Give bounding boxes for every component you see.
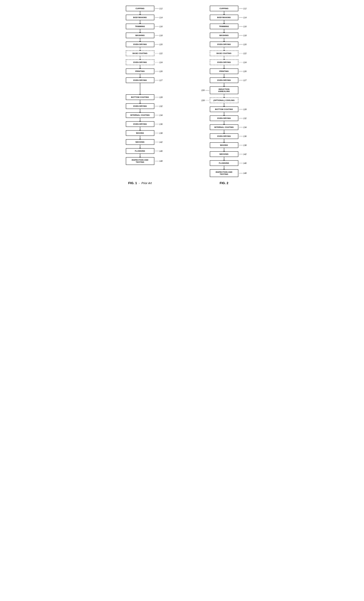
arrow2-5 bbox=[224, 47, 224, 50]
box-washing-2: WASHING bbox=[210, 33, 238, 38]
box-trimming-1: TRIMMING bbox=[126, 24, 154, 29]
arrow2-7 bbox=[224, 65, 224, 69]
ref-ovend-124-1: 124 bbox=[155, 61, 163, 63]
box-inspect-2: INSPECTION AND TESTING bbox=[210, 169, 238, 177]
box-washing-1: WASHING bbox=[126, 33, 154, 38]
box-flanging-2: FLANGING bbox=[210, 160, 238, 166]
step-ovend-120-1: OVEN DRYING 120 bbox=[104, 41, 176, 50]
arrow-5 bbox=[140, 47, 140, 50]
box-printing-1: PRINTING bbox=[126, 69, 154, 74]
ref-ovend-120-1: 120 bbox=[155, 43, 163, 46]
box-ovend-120-1: OVEN DRYING bbox=[126, 41, 154, 47]
step-ovend-132-1: OVEN DRYING 132 bbox=[104, 103, 176, 112]
ref-necking-1: 142 bbox=[155, 141, 163, 143]
step-cupping-2: CUPPING 112 bbox=[188, 6, 260, 15]
box-induction-2: INDUCTION ANNEALING bbox=[210, 86, 238, 94]
ref-washing-1: 118 bbox=[155, 34, 163, 37]
arrow-1 bbox=[140, 11, 140, 15]
box-ovend-120-2: OVEN DRYING bbox=[210, 41, 238, 47]
figure-2: CUPPING 112 BODYMAKING bbox=[188, 6, 260, 177]
step-printing-1: PRINTING 126 bbox=[104, 69, 176, 78]
arrow-4 bbox=[140, 38, 140, 41]
step-bodymaking-2: BODYMAKING 114 bbox=[188, 15, 260, 24]
ref-trimming-2: 116 bbox=[239, 25, 246, 28]
ref-basecoat-1: 122 bbox=[155, 52, 163, 55]
box-cupping-1: CUPPING bbox=[126, 6, 154, 11]
fig1-label: FIG. 1 - Prior Art bbox=[104, 181, 176, 185]
arrow-14 bbox=[140, 145, 140, 148]
box-bottomcoat-1: BOTTOM COATING bbox=[126, 94, 154, 100]
fig1-subtitle: Prior Art bbox=[141, 181, 152, 185]
arrow-13 bbox=[140, 136, 140, 139]
ref-bottomcoat-1: 128 bbox=[155, 96, 163, 98]
figure-labels-row: FIG. 1 - Prior Art FIG. 2 bbox=[104, 181, 260, 185]
ref-ovend-127-2: 127 bbox=[239, 79, 246, 81]
arrow2-18 bbox=[224, 166, 224, 169]
ref-washing-2: 118 bbox=[239, 34, 246, 37]
box-ovend-124-1: OVEN DRYING bbox=[126, 60, 154, 65]
box-ovend-132-2: OVEN DRYING bbox=[210, 115, 238, 121]
ref-ovend-136-2: 136 bbox=[239, 135, 246, 137]
step-ovend-124-1: OVEN DRYING 124 bbox=[104, 60, 176, 69]
fig2-title: FIG. 2 bbox=[220, 181, 228, 185]
ref-bodymaking-1: 114 bbox=[155, 16, 163, 19]
step-ovend-132-2: OVEN DRYING 132 bbox=[188, 115, 260, 124]
ref-internalcoat-1: 134 bbox=[155, 114, 163, 116]
step-internalcoat-1: INTERNAL COATING 134 bbox=[104, 112, 176, 121]
step-bottomcoat-2: BOTTOM COATING 128 bbox=[188, 107, 260, 115]
ref-printing-2: 126 bbox=[239, 70, 246, 72]
arrow-long-1 bbox=[140, 83, 140, 94]
step-waxing-1: WAXING 138 bbox=[104, 130, 176, 139]
step-waxing-2: WAXING 138 bbox=[188, 142, 260, 151]
arrow2-15 bbox=[224, 139, 224, 142]
arrow-2 bbox=[140, 20, 140, 24]
arrow-6 bbox=[140, 56, 140, 60]
step-basecoat-1: BASE COATING 122 bbox=[104, 50, 176, 60]
ref-inspect-2: 148 bbox=[239, 172, 246, 174]
ref-waxing-1: 138 bbox=[155, 132, 163, 134]
arrow2-12 bbox=[224, 112, 224, 115]
step-trimming-2: TRIMMING 116 bbox=[188, 24, 260, 33]
fig2-flowchart: CUPPING 112 BODYMAKING bbox=[188, 6, 260, 177]
box-basecoat-2: BASE COATING bbox=[210, 50, 238, 56]
ref-printing-1: 126 bbox=[155, 70, 163, 72]
step-inspect-2: INSPECTION AND TESTING 148 bbox=[188, 169, 260, 177]
box-optcooling-2: (OPTIONAL) COOLING bbox=[210, 98, 238, 103]
step-washing-1: WASHING 118 bbox=[104, 33, 176, 41]
fig2-label: FIG. 2 bbox=[188, 181, 260, 185]
box-ovend-136-1: OVEN DRYING bbox=[126, 121, 154, 127]
box-ovend-127-2: OVEN DRYING bbox=[210, 78, 238, 83]
box-flanging-1: FLANGING bbox=[126, 148, 154, 154]
arrow2-2 bbox=[224, 20, 224, 24]
arrow2-14 bbox=[224, 130, 224, 133]
box-waxing-2: WAXING bbox=[210, 142, 238, 148]
arrow2-3 bbox=[224, 29, 224, 33]
box-basecoat-1: BASE COATING bbox=[126, 50, 154, 56]
box-inspect-1: INSPECTION AND TESTING bbox=[126, 157, 154, 165]
ref-ovend-136-1: 136 bbox=[155, 123, 163, 125]
ref-internalcoat-2: 134 bbox=[239, 126, 246, 129]
ref-bottomcoat-2: 128 bbox=[239, 108, 246, 110]
box-cupping-2: CUPPING bbox=[210, 6, 238, 11]
arrow-9 bbox=[140, 100, 140, 103]
ref-ovend-124-2: 124 bbox=[239, 61, 246, 63]
step-ovend-127-2: OVEN DRYING 127 bbox=[188, 78, 260, 86]
arrow-12 bbox=[140, 127, 140, 130]
ref-optcooling-2: 228 bbox=[201, 99, 209, 101]
ref-induction-2: 226 bbox=[201, 89, 209, 91]
step-bodymaking-1: BODYMAKING 114 bbox=[104, 15, 176, 24]
step-ovend-120-2: OVEN DRYING 120 bbox=[188, 41, 260, 50]
box-printing-2: PRINTING bbox=[210, 69, 238, 74]
box-internalcoat-2: INTERNAL COATING bbox=[210, 124, 238, 130]
step-flanging-1: FLANGING 146 bbox=[104, 148, 176, 157]
arrow-15 bbox=[140, 154, 140, 157]
figure-1: CUPPING 112 BODYMAKING bbox=[104, 6, 176, 165]
step-internalcoat-2: INTERNAL COATING 134 bbox=[188, 124, 260, 133]
step-ovend-136-2: OVEN DRYING 136 bbox=[188, 133, 260, 142]
arrow-10 bbox=[140, 109, 140, 112]
step-necking-1: NECKING 142 bbox=[104, 139, 176, 148]
arrow2-16 bbox=[224, 148, 224, 151]
arrow2-8 bbox=[224, 74, 224, 78]
box-necking-2: NECKING bbox=[210, 151, 238, 157]
arrow2-17 bbox=[224, 157, 224, 160]
